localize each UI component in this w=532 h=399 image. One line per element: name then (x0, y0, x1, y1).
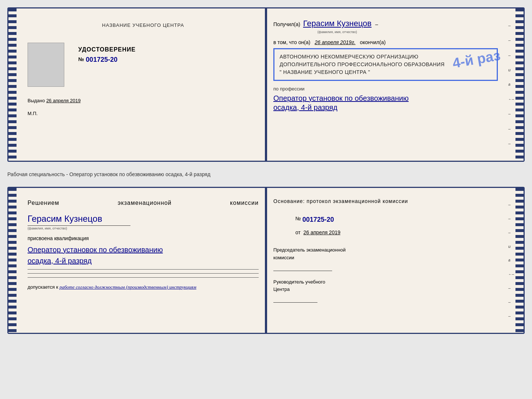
predsedatel-signature-line (273, 271, 332, 271)
stripe-decoration-right-bottom (515, 188, 524, 333)
resheniem-title: Решением экзаменационной комиссии (28, 198, 259, 208)
school-name-text: НАЗВАНИЕ УЧЕБНОГО ЦЕНТРА (28, 22, 259, 28)
po-professii-label: по профессии (273, 86, 498, 92)
kvalifikaciya-line1: Оператор установок по обезвоживанию (28, 244, 259, 255)
predsedatel-line1: Председатель экзаменационной (273, 246, 498, 254)
predsedatel-line2: комиссии (273, 254, 498, 262)
school-name-block: НАЗВАНИЕ УЧЕБНОГО ЦЕНТРА (28, 22, 259, 28)
predsedatel-block: Председатель экзаменационной комиссии (273, 246, 498, 271)
ot-prefix: от (295, 229, 301, 235)
vydano-block: Выдано 26 апреля 2019 (28, 98, 259, 103)
vtom-line: в том, что он(а) 26 апреля 2019г. окончи… (273, 39, 498, 45)
h-line-3 (28, 277, 259, 278)
protocol-number-prefix: № (295, 215, 301, 221)
mp-block: М.П. (28, 111, 259, 116)
doc-number: 001725-20 (86, 56, 118, 64)
poluchil-prefix: Получил(а) (273, 21, 300, 27)
okochil-text: окончил(а) (360, 39, 386, 45)
poluchil-dash: – (375, 21, 378, 27)
kvalifikaciya-line2: осадка, 4-й разряд (28, 255, 259, 266)
ot-date-value: 26 апреля 2019 (303, 229, 341, 235)
rukovoditel-block: Руководитель учебного Центра (273, 278, 498, 303)
osnovanie-title: Основание: протокол экзаменационной коми… (273, 198, 498, 204)
bottom-right-panel: – – – и а ←– – – – Основание: протокол э… (266, 188, 524, 333)
page-wrapper: НАЗВАНИЕ УЧЕБНОГО ЦЕНТРА УДОСТОВЕРЕНИЕ №… (7, 7, 525, 334)
poluchil-line: Получил(а) Герасим Кузнецов – (фамилия, … (273, 19, 498, 34)
rukovoditel-signature-line (273, 302, 317, 303)
stripe-decoration-left-bottom (8, 188, 17, 333)
bottom-document-card: Решением экзаменационной комиссии Гераси… (7, 187, 525, 334)
horizontal-lines (28, 269, 259, 278)
separator-text: Рабочая специальность - Оператор установ… (7, 168, 525, 180)
photo-placeholder (28, 43, 64, 87)
rukovoditel-line2: Центра (273, 286, 498, 293)
professiya-line1: Оператор установок по обезвоживанию (273, 93, 498, 103)
top-right-panel: – – – и а ←– – – – Получил(а) Герасим Ку… (266, 8, 524, 161)
fio-hint-top: (фамилия, имя, отчество) (317, 30, 357, 34)
udostoverenie-title: УДОСТОВЕРЕНИЕ (78, 46, 136, 53)
stripe-decoration-right (515, 8, 524, 161)
top-document-card: НАЗВАНИЕ УЧЕБНОГО ЦЕНТРА УДОСТОВЕРЕНИЕ №… (7, 7, 525, 162)
protocol-number: 001725-20 (302, 216, 334, 224)
vydano-label: Выдано (28, 98, 45, 103)
side-dashes-bottom: – – – и а ←– – – – (508, 188, 514, 333)
stripe-decoration-left (8, 8, 17, 161)
stamp-box: 4-й раз АВТОНОМНУЮ НЕКОММЕРЧЕСКУЮ ОРГАНИ… (273, 48, 498, 81)
top-left-panel: НАЗВАНИЕ УЧЕБНОГО ЦЕНТРА УДОСТОВЕРЕНИЕ №… (8, 8, 266, 161)
dopuskaetsya-block: допускается к работе согласно должностны… (28, 284, 259, 291)
dopuskaetsya-prefix: допускается к (28, 284, 58, 290)
vtom-date: 26 апреля 2019г. (315, 39, 356, 45)
udostoverenie-block: УДОСТОВЕРЕНИЕ № 001725-20 (78, 46, 136, 64)
vtom-prefix: в том, что он(а) (273, 39, 310, 45)
fio-hint-bottom: (фамилия, имя, отчество) (28, 227, 259, 230)
side-dashes-decoration: – – – и а ←– – – – (508, 8, 514, 161)
professiya-line2: осадка, 4-й разряд (273, 103, 498, 112)
vydano-date: 26 апреля 2019 (46, 98, 81, 103)
dopuskaetsya-text: работе согласно должностным (производств… (60, 284, 196, 290)
rukovoditel-line1: Руководитель учебного (273, 278, 498, 286)
h-line-2 (28, 273, 259, 274)
person-name-bottom: Герасим Кузнецов (28, 214, 259, 224)
ot-date-block: от 26 апреля 2019 (295, 229, 498, 235)
mp-label: М.П. (28, 111, 37, 116)
doc-number-prefix: № (78, 56, 85, 62)
bottom-left-panel: Решением экзаменационной комиссии Гераси… (8, 188, 266, 333)
prisvoyena-label: присвоена квалификация (28, 235, 259, 241)
h-line-1 (28, 269, 259, 270)
separator-label: Рабочая специальность - Оператор установ… (7, 171, 211, 177)
person-name-top: Герасим Кузнецов (303, 19, 371, 28)
